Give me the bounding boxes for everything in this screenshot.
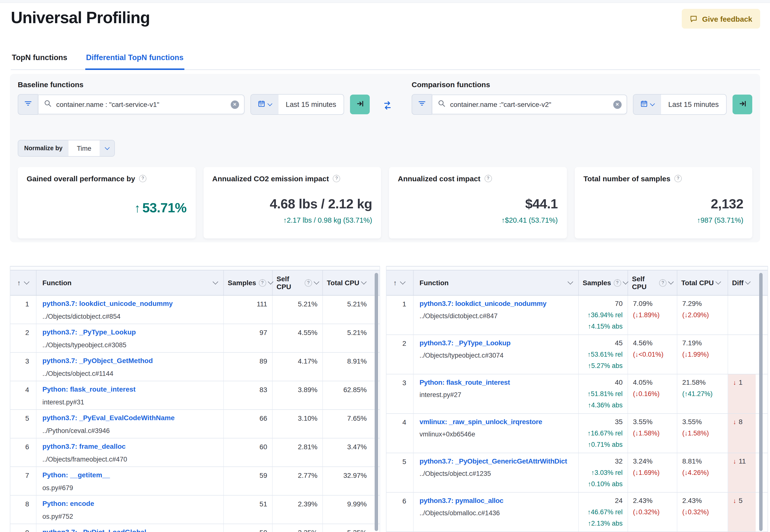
- chevron-down-icon[interactable]: [213, 279, 218, 285]
- function-link[interactable]: python3.7: frame_dealloc: [42, 442, 220, 450]
- comparison-date-picker[interactable]: Last 15 minutes: [633, 94, 727, 115]
- samples-cell: 24 ↑46.67% rel ↑2.13% abs: [578, 493, 628, 532]
- baseline-filter-button[interactable]: [18, 94, 38, 115]
- tab-topn-functions[interactable]: TopN functions: [11, 51, 68, 70]
- samples-value: 50: [223, 524, 272, 532]
- tab-bar: TopN functions Differential TopN functio…: [11, 51, 760, 70]
- sort-up-icon[interactable]: ↑: [17, 279, 21, 287]
- row-rank: 4: [387, 414, 413, 453]
- column-header-self-cpu[interactable]: Self CPU: [272, 270, 322, 295]
- table-top-scroll-area[interactable]: [10, 266, 379, 270]
- self-cpu-value: 3.24%: [633, 457, 672, 465]
- function-link[interactable]: vmlinux: _raw_spin_unlock_irqrestore: [420, 418, 575, 426]
- function-link[interactable]: Python: __getitem__: [42, 471, 220, 479]
- vertical-scrollbar[interactable]: [374, 273, 378, 531]
- function-link[interactable]: python3.7: _PyObject_GetMethod: [42, 357, 220, 365]
- column-header-function[interactable]: Function: [36, 270, 223, 295]
- comparison-date-picker-menu[interactable]: [633, 95, 661, 114]
- card-main-value: 2,132: [711, 197, 743, 211]
- chevron-down-icon[interactable]: [745, 279, 751, 285]
- function-link[interactable]: python3.7: _PyDict_LoadGlobal: [42, 528, 220, 532]
- chevron-down-icon[interactable]: [668, 279, 674, 285]
- chevron-down-icon[interactable]: [400, 279, 406, 285]
- function-cell: Python: encode os.py#752: [36, 496, 223, 524]
- function-location: ../Objects/typeobject.c#3085: [42, 341, 220, 349]
- comparison-time-range[interactable]: Last 15 minutes: [661, 95, 726, 114]
- sort-up-icon[interactable]: ↑: [394, 279, 397, 287]
- chevron-down-icon[interactable]: [361, 279, 366, 285]
- comparison-search-input[interactable]: container.name :"cart-service-v2": [432, 95, 627, 114]
- card-main-value: 53.71%: [142, 200, 187, 215]
- samples-cell: 35 ↑16.67% rel ↑0.71% abs: [578, 414, 628, 453]
- function-link[interactable]: python3.7: pymalloc_alloc: [420, 497, 575, 504]
- function-location: interest.py#31: [42, 399, 220, 406]
- samples-abs-delta: ↑0.71% abs: [584, 441, 623, 448]
- column-header-total-cpu[interactable]: Total CPU: [677, 270, 728, 295]
- total-cpu-value: 5.21%: [322, 296, 372, 324]
- baseline-clear-query-button[interactable]: [230, 100, 239, 109]
- comparison-filter-button[interactable]: [412, 94, 432, 115]
- baseline-date-picker-menu[interactable]: [251, 95, 278, 114]
- help-icon[interactable]: [674, 175, 682, 182]
- total-cpu-cell: 2.43% (↓0.32%): [677, 493, 728, 532]
- row-rank: 3: [387, 374, 413, 413]
- help-icon[interactable]: [139, 175, 146, 182]
- self-cpu-value: 7.09%: [633, 299, 672, 307]
- arrow-to-bar-icon: [738, 100, 747, 109]
- samples-value: 66: [223, 410, 272, 438]
- give-feedback-button[interactable]: Give feedback: [682, 9, 760, 29]
- column-header-self-cpu[interactable]: Self CPU: [628, 270, 677, 295]
- help-icon[interactable]: [484, 175, 492, 182]
- comparison-functions-label: Comparison functions: [412, 80, 490, 89]
- function-link[interactable]: Python: flask_route_interest: [420, 378, 575, 386]
- total-cpu-value: 32.97%: [322, 467, 372, 495]
- column-header-samples[interactable]: Samples: [578, 270, 628, 295]
- table-row: 6 python3.7: frame_dealloc ../Objects/fr…: [10, 438, 379, 467]
- tab-differential-topn-functions[interactable]: Differential TopN functions: [85, 51, 185, 70]
- function-link[interactable]: Python: flask_route_interest: [42, 385, 220, 393]
- table-row: 5 python3.7: _PyObject_GenericGetAttrWit…: [387, 453, 768, 493]
- swap-queries-button[interactable]: [382, 100, 393, 111]
- self-cpu-value: 3.55%: [633, 418, 672, 426]
- function-link[interactable]: python3.7: _PyType_Lookup: [420, 339, 575, 347]
- table-row: 4 Python: flask_route_interest interest.…: [10, 381, 379, 410]
- function-link[interactable]: python3.7: _PyEval_EvalCodeWithName: [42, 414, 220, 422]
- column-header-total-cpu[interactable]: Total CPU: [322, 270, 372, 295]
- chevron-down-icon[interactable]: [568, 279, 573, 285]
- arrow-to-bar-icon: [356, 100, 364, 109]
- comparison-clear-query-button[interactable]: [613, 100, 621, 109]
- baseline-search-input[interactable]: container.name : "cart-service-v1": [38, 95, 244, 114]
- function-link[interactable]: Python: encode: [42, 499, 220, 507]
- vertical-scrollbar[interactable]: [759, 273, 763, 531]
- card-header: Annualized cost impact: [398, 174, 558, 183]
- rank-sort-header[interactable]: ↑: [10, 270, 36, 295]
- table-row: 7 Python: __getitem__ os.py#679 59 2.77%…: [10, 467, 379, 496]
- normalize-by-value[interactable]: Time: [68, 140, 100, 156]
- comparison-table-body: 1 python3.7: lookdict_unicode_nodummy ..…: [387, 296, 768, 532]
- samples-abs-delta: ↑4.15% abs: [584, 323, 623, 330]
- total-cpu-value: 62.85%: [322, 381, 372, 409]
- function-location: ../Objects/dictobject.c#847: [420, 312, 575, 320]
- chevron-down-icon[interactable]: [314, 279, 319, 285]
- baseline-apply-button[interactable]: [350, 95, 370, 114]
- normalize-by-dropdown[interactable]: [100, 140, 115, 156]
- table-top-scroll-area[interactable]: [387, 266, 768, 270]
- samples-rel-delta: ↑46.67% rel: [584, 508, 623, 516]
- column-header-samples[interactable]: Samples: [223, 270, 272, 295]
- normalize-by-control: Normalize by Time: [18, 140, 115, 157]
- function-link[interactable]: python3.7: _PyType_Lookup: [42, 328, 220, 336]
- function-link[interactable]: python3.7: lookdict_unicode_nodummy: [420, 299, 575, 307]
- down-arrow-icon: ↓: [733, 418, 736, 426]
- function-link[interactable]: python3.7: lookdict_unicode_nodummy: [42, 299, 220, 307]
- rank-sort-header[interactable]: ↑: [387, 270, 413, 295]
- column-header-diff[interactable]: Diff: [728, 270, 756, 295]
- column-header-function[interactable]: Function: [413, 270, 578, 295]
- baseline-time-range[interactable]: Last 15 minutes: [278, 95, 343, 114]
- function-link[interactable]: python3.7: _PyObject_GenericGetAttrWithD…: [420, 457, 575, 465]
- help-icon[interactable]: [333, 175, 340, 182]
- baseline-date-picker[interactable]: Last 15 minutes: [250, 94, 344, 115]
- comparison-apply-button[interactable]: [733, 95, 752, 114]
- chevron-down-icon[interactable]: [24, 279, 30, 285]
- chevron-down-icon[interactable]: [715, 279, 721, 285]
- function-location: ../Python/ceval.c#3946: [42, 427, 220, 434]
